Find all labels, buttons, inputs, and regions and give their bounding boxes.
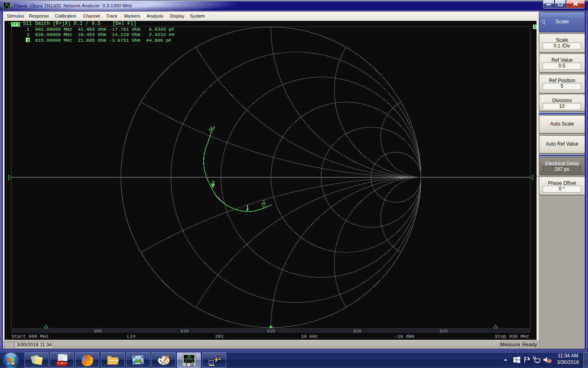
- svg-text:1: 1: [185, 363, 187, 367]
- svg-text:10: 10: [190, 363, 194, 367]
